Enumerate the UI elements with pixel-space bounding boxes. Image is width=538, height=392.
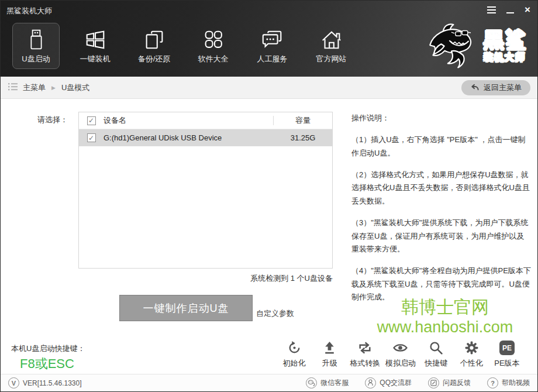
- instructions-panel: 操作说明： （1）插入U盘，右下角选择 "PE版本" ，点击一键制作启动U盘。 …: [351, 112, 531, 312]
- minimize-icon[interactable]: [506, 6, 514, 13]
- backup-restore-icon: [142, 26, 167, 54]
- device-checkbox[interactable]: ✓: [87, 133, 96, 142]
- breadcrumb-root[interactable]: 主菜单: [23, 82, 46, 93]
- statusbar-link-label: 问题反馈: [443, 378, 471, 388]
- one-key-install-icon: [83, 26, 108, 54]
- hotkey-magnifier-icon: [429, 339, 443, 355]
- breadcrumb-current: U盘模式: [61, 82, 89, 93]
- nav-label: U盘启动: [22, 54, 50, 64]
- nav-label: 一键装机: [80, 54, 111, 64]
- instruction-item: （2）选择格式化方式，如果用户想保存U盘数据，就选择格式化U盘且不丢失数据，否则…: [351, 169, 531, 208]
- version-text: VER[11.5.46.1330]: [23, 379, 82, 387]
- app-title: 黑鲨装机大师: [6, 6, 52, 16]
- format-convert-icon: [357, 339, 373, 355]
- usb-drive-icon: [25, 26, 48, 54]
- tool-label: 初始化: [283, 358, 306, 369]
- statusbar-link-label: 微信客服: [320, 378, 349, 388]
- tool-upgrade[interactable]: 升级: [315, 339, 345, 369]
- nav-item-one-key-install[interactable]: 一键装机: [71, 23, 119, 69]
- header: 黑鲨装机大师 × U盘启动: [1, 1, 537, 77]
- device-name-header: 设备名: [104, 115, 273, 126]
- help-video-link[interactable]: ? 帮助视频: [487, 377, 530, 388]
- instructions-title: 操作说明：: [351, 112, 531, 125]
- tool-initialize[interactable]: 初始化: [279, 339, 309, 369]
- hotkey-value: F8或ESC: [20, 355, 74, 373]
- help-icon: ?: [487, 377, 498, 388]
- list-menu-icon: [8, 82, 18, 94]
- menu-icon[interactable]: [487, 6, 496, 13]
- nav-label: 官方网站: [316, 54, 347, 64]
- return-main-menu-button[interactable]: 返回主菜单: [461, 80, 530, 95]
- wechat-icon: [306, 377, 317, 388]
- nav-label: 人工服务: [257, 54, 288, 64]
- nav-item-customer-service[interactable]: 人工服务: [249, 23, 296, 69]
- close-icon[interactable]: ×: [525, 6, 530, 13]
- return-button-label: 返回主菜单: [484, 82, 522, 93]
- brand-logo: 黑鲨 装机大师: [423, 20, 528, 72]
- make-usb-boot-button[interactable]: 一键制作启动U盘: [119, 295, 253, 321]
- watermark-line1: 韩博士官网: [358, 297, 532, 318]
- capacity-header: 容量: [274, 115, 332, 126]
- pe-badge: PE: [499, 341, 515, 355]
- statusbar-link-label: QQ交流群: [380, 378, 412, 388]
- nav-item-official-website[interactable]: 官方网站: [308, 23, 355, 69]
- tool-label: 快捷键: [425, 358, 447, 369]
- version-icon: V: [8, 377, 19, 388]
- detect-status-text: 系统检测到 1 个U盘设备: [78, 273, 333, 284]
- simulate-boot-icon: [392, 339, 408, 355]
- tool-label: 格式转换: [350, 358, 380, 369]
- device-capacity: 31.25G: [274, 133, 332, 142]
- select-all-checkbox[interactable]: ✓: [87, 116, 96, 125]
- nav-label: 备份/还原: [138, 54, 171, 64]
- select-all-cell: ✓: [79, 116, 104, 125]
- feedback-icon: [428, 377, 439, 388]
- tool-label: 个性化: [460, 358, 483, 369]
- watermark: 韩博士官网 www.hanboshi.com: [358, 297, 532, 336]
- personalize-gear-icon: [464, 339, 479, 355]
- statusbar-link-label: 帮助视频: [502, 378, 530, 388]
- tool-hotkey[interactable]: 快捷键: [421, 339, 451, 369]
- tool-simulate-boot[interactable]: 模拟启动: [385, 339, 416, 369]
- breadcrumb-bar: 主菜单 ▶ U盘模式 返回主菜单: [1, 77, 537, 99]
- brand-name: 黑鲨 装机大师: [484, 29, 528, 64]
- brand-line1: 黑鲨: [484, 29, 528, 50]
- main-nav: U盘启动 一键装机 备份/还原: [12, 23, 355, 69]
- tool-format-convert[interactable]: 格式转换: [350, 339, 380, 369]
- tool-label: PE版本: [494, 358, 519, 369]
- upgrade-icon: [322, 339, 337, 355]
- tool-label: 模拟启动: [385, 358, 416, 369]
- nav-item-usb-boot[interactable]: U盘启动: [12, 23, 60, 69]
- qq-group-link[interactable]: QQ交流群: [365, 377, 412, 388]
- tool-label: 升级: [322, 358, 337, 369]
- tool-personalize[interactable]: 个性化: [456, 339, 487, 369]
- status-bar: V VER[11.5.46.1330] 微信客服: [1, 374, 537, 391]
- device-checkbox-cell: ✓: [79, 133, 104, 142]
- initialize-icon: [287, 339, 302, 355]
- window-controls: ×: [487, 6, 530, 13]
- feedback-link[interactable]: 问题反馈: [428, 377, 471, 388]
- nav-item-software-collection[interactable]: 软件大全: [189, 23, 237, 69]
- select-prompt: 请选择：: [37, 115, 68, 125]
- brand-line2: 装机大师: [484, 51, 528, 64]
- hotkey-label: 本机U盘启动快捷键：: [11, 343, 85, 354]
- software-collection-icon: [201, 26, 226, 54]
- breadcrumb-arrow-icon: ▶: [51, 85, 56, 91]
- tool-pe-version[interactable]: PE PE版本: [492, 339, 522, 369]
- main-content: 请选择： ✓ 设备名 容量 ✓ G:(hd1)General UDisk USB…: [1, 99, 537, 374]
- instruction-item: （1）插入U盘，右下角选择 "PE版本" ，点击一键制作启动U盘。: [351, 133, 531, 160]
- table-header-row: ✓ 设备名 容量: [79, 112, 332, 129]
- device-row[interactable]: ✓ G:(hd1)General UDisk USB Device 31.25G: [79, 129, 332, 146]
- qq-icon: [365, 377, 376, 388]
- device-name: G:(hd1)General UDisk USB Device: [104, 133, 274, 142]
- version-info[interactable]: V VER[11.5.46.1330]: [8, 377, 82, 388]
- official-website-icon: [319, 26, 344, 54]
- shark-logo-icon: [423, 20, 479, 72]
- custom-params-link[interactable]: 自定义参数: [256, 308, 294, 319]
- return-arrow-icon: [470, 82, 480, 93]
- watermark-line2: www.hanboshi.com: [358, 318, 532, 336]
- device-table: ✓ 设备名 容量 ✓ G:(hd1)General UDisk USB Devi…: [78, 112, 333, 269]
- nav-item-backup-restore[interactable]: 备份/还原: [130, 23, 178, 69]
- tool-bar: 初始化 升级 格式转换: [279, 339, 522, 369]
- wechat-support-link[interactable]: 微信客服: [306, 377, 349, 388]
- pe-version-icon: PE: [499, 339, 515, 355]
